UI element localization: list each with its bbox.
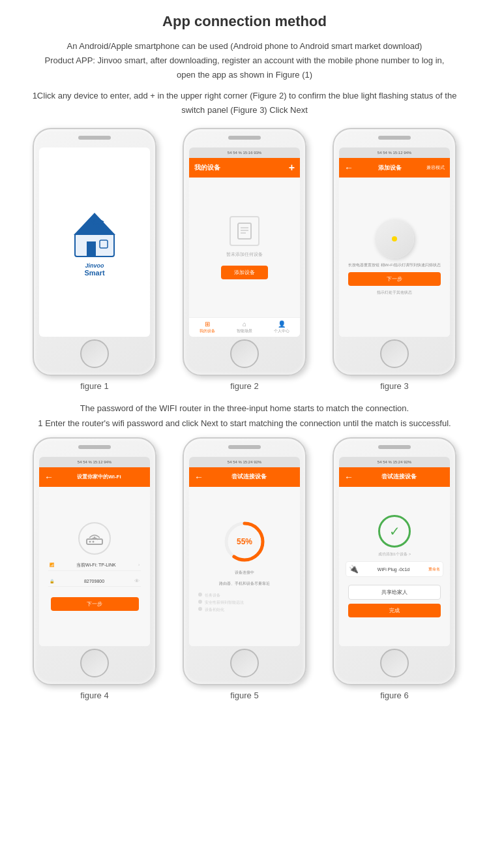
screen-header-6: ← 尝试连接设备: [339, 467, 450, 487]
header-title-5: 尝试连接设备: [231, 473, 267, 481]
screen-header-3: ← 添加设备 兼容模式: [339, 158, 450, 178]
device-name: WiFi Plug -0c1d: [378, 567, 409, 572]
mid-section: The password of the WIFI router in the t…: [20, 401, 469, 430]
progress-container: 55%: [222, 519, 267, 565]
phone-screen-3: 54 54 % 15:12 94% ← 添加设备 兼容模式 长按电器重置按钮 稍…: [339, 147, 450, 337]
nav-grid-icon: ⊞: [205, 320, 210, 328]
figure-6-container: 54 54 % 15:24 92% ← 尝试连接设备 ✓ 成功添加1个设备 > …: [326, 437, 463, 700]
wifi-name-field: 📶 当前Wi-Fi: TP-LINK ›: [48, 560, 141, 571]
header-title-6: 尝试连接设备: [381, 473, 417, 481]
password-field[interactable]: 🔒 82709800 👁: [48, 576, 141, 587]
intro-text-1: An Android/Apple smartphone can be used …: [20, 39, 469, 82]
phone-5: 54 54 % 15:24 92% ← 尝试连接设备: [183, 437, 306, 685]
empty-device-icon: [230, 216, 259, 246]
status-bar-3: 54 54 % 15:12 94%: [339, 147, 450, 158]
device-desc: 长按电器重置按钮 稍Wi-Fi指示灯调节到快速闪烁状态: [346, 262, 443, 268]
figure-1-container: Jinvoo Smart figure 1: [26, 128, 163, 391]
nav-my-devices[interactable]: ⊞ 我的设备: [200, 320, 215, 334]
page-title: App connection method: [20, 13, 469, 30]
empty-text: 暂未添加任何设备: [226, 251, 263, 258]
success-content: ✓ 成功添加1个设备 > 🔌 WiFi Plug -0c1d 重命名 共享给家人…: [343, 515, 446, 617]
add-device-button[interactable]: 添加设备: [221, 266, 268, 279]
progress-percent: 55%: [237, 537, 252, 546]
next-button-3[interactable]: 下一步: [348, 272, 441, 286]
phone-4: 54 54 % 15:12 94% ← 设置你家中的Wi-Fi: [33, 437, 156, 685]
figure-2-label: figure 2: [230, 381, 258, 391]
nav-label-3: 个人中心: [274, 328, 289, 334]
figure-4-label: figure 4: [80, 690, 108, 700]
screen-header-4: ← 设置你家中的Wi-Fi: [39, 467, 150, 487]
wifi-setup-content: 📶 当前Wi-Fi: TP-LINK › 🔒 82709800 👁 下一步: [43, 519, 146, 613]
connecting-text: 设备连接中: [235, 570, 254, 576]
figures-row-2: 54 54 % 15:12 94% ← 设置你家中的Wi-Fi: [20, 437, 469, 700]
share-button[interactable]: 共享给家人: [348, 585, 441, 600]
svg-rect-3: [100, 240, 108, 248]
step-1: 任务设备: [198, 592, 291, 599]
device-dot: [392, 236, 397, 241]
svg-rect-2: [87, 241, 96, 256]
step-3: 设备初始化: [198, 606, 291, 613]
phone-6: 54 54 % 15:24 92% ← 尝试连接设备 ✓ 成功添加1个设备 > …: [333, 437, 456, 685]
back-icon-3[interactable]: ←: [344, 163, 353, 173]
status-bar-2: 54 54 % 15:16 93%: [189, 147, 300, 158]
next-button-4[interactable]: 下一步: [51, 597, 139, 611]
password-value: 82709800: [84, 579, 104, 583]
wifi-setup-body: 📶 当前Wi-Fi: TP-LINK › 🔒 82709800 👁 下一步: [39, 487, 150, 646]
screen-header-2: 我的设备 +: [189, 158, 300, 178]
nav-profile[interactable]: 👤 个人中心: [274, 320, 289, 334]
figure-5-container: 54 54 % 15:24 92% ← 尝试连接设备: [176, 437, 313, 700]
router-svg: [85, 531, 104, 546]
mid-instruction-1: The password of the WIFI router in the t…: [20, 401, 469, 416]
status-bar-4: 54 54 % 15:12 94%: [39, 457, 150, 467]
matching-body: 55% 设备连接中 路由器、手机和设备尽量靠近 任务设备 安全性获得到智能远法 …: [189, 487, 300, 646]
nav-smart-scene[interactable]: ⌂ 智能场景: [237, 320, 252, 334]
nav-label-2: 智能场景: [237, 328, 252, 334]
back-icon-4[interactable]: ←: [44, 472, 53, 482]
figure-6-label: figure 6: [380, 690, 408, 700]
figure-3-container: 54 54 % 15:12 94% ← 添加设备 兼容模式 长按电器重置按钮 稍…: [326, 128, 463, 391]
phone-2: 54 54 % 15:16 93% 我的设备 +: [183, 128, 306, 376]
back-icon-6[interactable]: ←: [344, 472, 353, 482]
header-title-4: 设置你家中的Wi-Fi: [77, 473, 121, 480]
matching-steps: 任务设备 安全性获得到智能远法 设备初始化: [198, 592, 291, 613]
svg-point-4: [96, 226, 99, 228]
jinvoo-logo: [68, 208, 121, 260]
wifi-label: 📶: [50, 563, 54, 567]
page-container: App connection method An Android/Apple s…: [0, 0, 489, 720]
router-icon: [78, 522, 111, 555]
device-list-body: 暂未添加任何设备 添加设备: [189, 178, 300, 317]
svg-point-11: [93, 540, 95, 542]
bottom-nav-2: ⊞ 我的设备 ⌂ 智能场景 👤 个人中心: [189, 317, 300, 337]
phone-1: Jinvoo Smart: [33, 128, 156, 376]
rename-link[interactable]: 重命名: [428, 566, 440, 572]
status-bar-5: 54 54 % 15:24 92%: [189, 457, 300, 467]
instruction-text-1: 1Click any device to enter, add + in the…: [20, 89, 469, 117]
phone-screen-4: 54 54 % 15:12 94% ← 设置你家中的Wi-Fi: [39, 457, 150, 646]
compat-mode[interactable]: 兼容模式: [426, 164, 445, 171]
figure-3-label: figure 3: [380, 381, 408, 391]
status-bar-6: 54 54 % 15:24 92%: [339, 457, 450, 467]
device-circle: [375, 219, 414, 258]
svg-rect-5: [238, 223, 251, 239]
success-checkmark: ✓: [378, 515, 411, 548]
svg-point-10: [89, 540, 91, 542]
brand-name: Jinvoo: [85, 262, 104, 269]
add-device-body: 长按电器重置按钮 稍Wi-Fi指示灯调节到快速闪烁状态 下一步 指示灯处于其他状…: [339, 178, 450, 337]
document-icon: [235, 222, 254, 240]
eye-icon[interactable]: 👁: [134, 578, 140, 584]
done-button[interactable]: 完成: [348, 604, 441, 617]
mid-instruction-2: 1 Enter the router's wifi password and c…: [20, 416, 469, 431]
lock-icon: 🔒: [50, 579, 54, 583]
back-icon-5[interactable]: ←: [194, 472, 203, 482]
add-icon-2[interactable]: +: [289, 162, 295, 174]
figures-row-1: Jinvoo Smart figure 1 54 54 % 15:16 93% …: [20, 128, 469, 391]
success-body: ✓ 成功添加1个设备 > 🔌 WiFi Plug -0c1d 重命名 共享给家人…: [339, 487, 450, 646]
phone-screen-1: Jinvoo Smart: [39, 147, 150, 337]
header-title-2: 我的设备: [194, 163, 220, 172]
nav-label-1: 我的设备: [200, 328, 215, 334]
nav-home-icon: ⌂: [243, 320, 246, 328]
screen-header-5: ← 尝试连接设备: [189, 467, 300, 487]
figure-4-container: 54 54 % 15:12 94% ← 设置你家中的Wi-Fi: [26, 437, 163, 700]
add-device-content: 长按电器重置按钮 稍Wi-Fi指示灯调节到快速闪烁状态 下一步 指示灯处于其他状…: [343, 219, 446, 296]
splash-screen: Jinvoo Smart: [39, 147, 150, 337]
